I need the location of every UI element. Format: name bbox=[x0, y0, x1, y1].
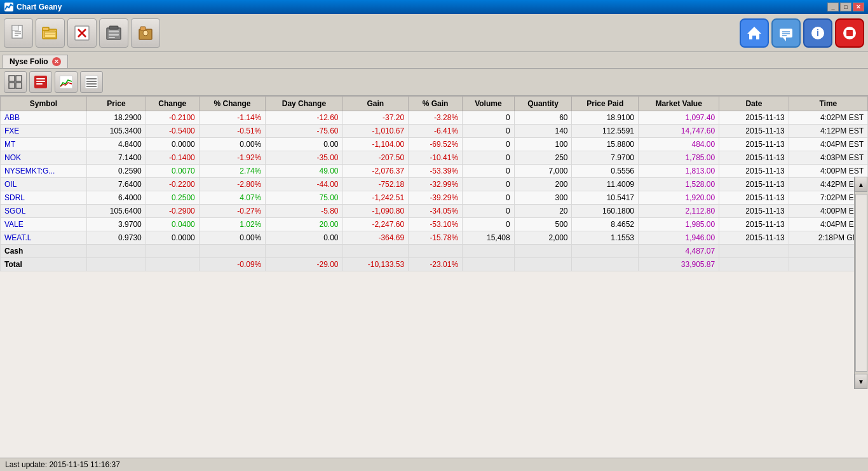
cell-volume: 0 bbox=[463, 218, 515, 231]
cell-cash-label: Cash bbox=[1, 245, 87, 258]
cell-pct-change: 0.00% bbox=[199, 138, 266, 151]
cell-gain: -1,090.80 bbox=[342, 205, 409, 218]
new-document-btn[interactable] bbox=[4, 18, 33, 48]
cell-volume: 0 bbox=[463, 151, 515, 165]
cell-pct-change: 4.07% bbox=[199, 191, 266, 205]
svg-rect-38 bbox=[36, 81, 45, 82]
cell-symbol[interactable]: SDRL bbox=[1, 191, 87, 205]
cell-pct-gain: -32.99% bbox=[409, 178, 463, 191]
svg-rect-16 bbox=[109, 31, 119, 32]
window-controls[interactable]: _ □ ✕ bbox=[827, 3, 864, 11]
info-btn[interactable]: i bbox=[803, 18, 832, 48]
cell-gain: -1,010.67 bbox=[342, 125, 409, 138]
svg-rect-37 bbox=[36, 78, 45, 79]
cell-quantity: 250 bbox=[514, 151, 572, 165]
close-btn[interactable]: ✕ bbox=[853, 3, 864, 11]
table-row: NYSEMKT:G... 0.2590 0.0070 2.74% 49.00 -… bbox=[1, 165, 868, 178]
cash-row: Cash 4,487.07 bbox=[1, 245, 868, 258]
svg-rect-15 bbox=[109, 26, 118, 29]
svg-marker-24 bbox=[783, 38, 786, 41]
portfolio-btn[interactable] bbox=[99, 18, 128, 48]
cell-symbol[interactable]: SGOL bbox=[1, 205, 87, 218]
col-day-change[interactable]: Day Change bbox=[266, 97, 342, 111]
open-btn[interactable] bbox=[36, 18, 65, 48]
cell-market-value: 1,528.00 bbox=[639, 178, 719, 191]
portfolio-view-btn[interactable] bbox=[29, 71, 52, 93]
table-row: NOK 7.1400 -0.1400 -1.92% -35.00 -207.50… bbox=[1, 151, 868, 165]
main-wrapper: Symbol Price Change % Change Day Change … bbox=[0, 69, 868, 458]
cell-quantity: 140 bbox=[514, 125, 572, 138]
col-symbol[interactable]: Symbol bbox=[1, 97, 87, 111]
cell-day-change: 0.00 bbox=[266, 138, 342, 151]
col-price[interactable]: Price bbox=[86, 97, 146, 111]
stop-btn[interactable] bbox=[835, 18, 864, 48]
svg-rect-7 bbox=[43, 27, 49, 31]
col-date[interactable]: Date bbox=[719, 97, 789, 111]
svg-point-21 bbox=[143, 31, 148, 36]
col-change[interactable]: Change bbox=[146, 97, 199, 111]
cell-day-change: -12.60 bbox=[266, 111, 342, 125]
col-pct-gain[interactable]: % Gain bbox=[409, 97, 463, 111]
cell-symbol[interactable]: ABB bbox=[1, 111, 87, 125]
cell-date: 2015-11-13 bbox=[719, 111, 789, 125]
main-toolbar: i bbox=[0, 14, 868, 52]
cell-price-paid: 11.4009 bbox=[572, 178, 639, 191]
close-portfolio-btn[interactable] bbox=[67, 18, 97, 48]
minimize-btn[interactable]: _ bbox=[827, 3, 839, 11]
expand-view-btn[interactable] bbox=[4, 71, 27, 93]
nyse-folio-tab[interactable]: Nyse Folio ✕ bbox=[3, 55, 68, 68]
cell-symbol[interactable]: OIL bbox=[1, 178, 87, 191]
list-view-btn[interactable] bbox=[80, 71, 103, 93]
scroll-up-btn[interactable]: ▲ bbox=[855, 177, 867, 192]
home-btn[interactable] bbox=[740, 18, 769, 48]
cell-symbol[interactable]: MT bbox=[1, 138, 87, 151]
col-volume[interactable]: Volume bbox=[463, 97, 515, 111]
cell-date: 2015-11-13 bbox=[719, 231, 789, 245]
table-row: ABB 18.2900 -0.2100 -1.14% -12.60 -37.20… bbox=[1, 111, 868, 125]
cell-change: -0.2100 bbox=[146, 111, 199, 125]
cell-date: 2015-11-13 bbox=[719, 138, 789, 151]
table-row: OIL 7.6400 -0.2200 -2.80% -44.00 -752.18… bbox=[1, 178, 868, 191]
messages-btn[interactable] bbox=[771, 18, 801, 48]
cell-symbol[interactable]: FXE bbox=[1, 125, 87, 138]
cell-price: 18.2900 bbox=[86, 111, 146, 125]
cell-change: -0.5400 bbox=[146, 125, 199, 138]
cell-market-value: 1,985.00 bbox=[639, 218, 719, 231]
cell-pct-gain: -10.41% bbox=[409, 151, 463, 165]
col-quantity[interactable]: Quantity bbox=[514, 97, 572, 111]
cell-quantity: 20 bbox=[514, 205, 572, 218]
cell-quantity: 60 bbox=[514, 111, 572, 125]
cell-total-market-value: 33,905.87 bbox=[639, 258, 719, 271]
cell-volume: 15,408 bbox=[463, 231, 515, 245]
cell-change: 0.2500 bbox=[146, 191, 199, 205]
cell-day-change: -44.00 bbox=[266, 178, 342, 191]
cell-pct-gain: -69.52% bbox=[409, 138, 463, 151]
scroll-down-btn[interactable]: ▼ bbox=[855, 374, 867, 389]
table-row: SGOL 105.6400 -0.2900 -0.27% -5.80 -1,09… bbox=[1, 205, 868, 218]
cell-change: 0.0000 bbox=[146, 138, 199, 151]
col-market-value[interactable]: Market Value bbox=[639, 97, 719, 111]
chart-view-btn[interactable] bbox=[55, 71, 78, 93]
cell-pct-change: 2.74% bbox=[199, 165, 266, 178]
maximize-btn[interactable]: □ bbox=[840, 3, 851, 11]
cell-symbol[interactable]: VALE bbox=[1, 218, 87, 231]
cell-volume: 0 bbox=[463, 165, 515, 178]
sub-toolbar bbox=[0, 69, 868, 96]
col-gain[interactable]: Gain bbox=[342, 97, 409, 111]
cell-symbol[interactable]: WEAT.L bbox=[1, 231, 87, 245]
col-pct-change[interactable]: % Change bbox=[199, 97, 266, 111]
cell-symbol[interactable]: NOK bbox=[1, 151, 87, 165]
cell-volume: 0 bbox=[463, 111, 515, 125]
col-price-paid[interactable]: Price Paid bbox=[572, 97, 639, 111]
svg-marker-22 bbox=[747, 27, 761, 39]
svg-rect-31 bbox=[846, 30, 853, 36]
cell-price: 0.2590 bbox=[86, 165, 146, 178]
cell-pct-gain: -6.41% bbox=[409, 125, 463, 138]
cell-symbol[interactable]: NYSEMKT:G... bbox=[1, 165, 87, 178]
col-time[interactable]: Time bbox=[789, 97, 867, 111]
export-btn[interactable] bbox=[131, 18, 160, 48]
cell-cash-value: 4,487.07 bbox=[639, 245, 719, 258]
tab-close-btn[interactable]: ✕ bbox=[52, 57, 61, 66]
cell-price: 4.8400 bbox=[86, 138, 146, 151]
cell-day-change: 0.00 bbox=[266, 231, 342, 245]
